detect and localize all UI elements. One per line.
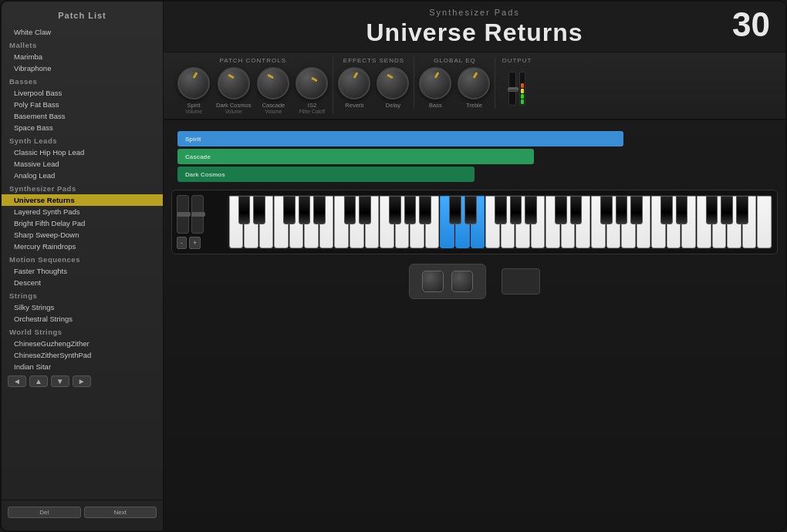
sidebar-bottom: Del Next bbox=[2, 500, 163, 524]
fader-thumb bbox=[508, 87, 518, 92]
pedal-2[interactable] bbox=[451, 271, 473, 292]
reverb-knob-label: Reverb bbox=[345, 102, 363, 109]
patch-item[interactable]: Space Bass bbox=[2, 122, 163, 133]
controls-sections: Patch Controls Spirit Volume Dark Cosmos… bbox=[173, 57, 776, 114]
black-key[interactable] bbox=[630, 196, 642, 224]
patch-item[interactable]: Analog Lead bbox=[2, 170, 163, 181]
black-key[interactable] bbox=[555, 196, 566, 224]
black-key[interactable] bbox=[299, 196, 310, 224]
white-key[interactable] bbox=[757, 196, 772, 248]
patch-item[interactable]: White Claw bbox=[2, 26, 163, 38]
patch-item[interactable]: Silky Strings bbox=[2, 301, 163, 313]
black-key[interactable] bbox=[449, 196, 461, 224]
patch-item[interactable]: Orchestral Strings bbox=[2, 313, 163, 325]
piano-section: - + bbox=[171, 190, 778, 254]
patch-category: Strings bbox=[2, 288, 163, 301]
black-key[interactable] bbox=[600, 196, 612, 224]
black-key[interactable] bbox=[736, 196, 748, 224]
mod-thumb bbox=[191, 212, 205, 217]
pitch-bend-slider[interactable] bbox=[177, 195, 189, 234]
patch-item[interactable]: Classic Hip Hop Lead bbox=[2, 146, 163, 158]
patch-number: 30 bbox=[732, 8, 770, 42]
patch-item[interactable]: Sharp Sweep-Down bbox=[2, 229, 163, 241]
patch-item[interactable]: Marimba bbox=[2, 51, 163, 62]
black-key[interactable] bbox=[359, 196, 370, 224]
global-eq-section: Global EQ Bass Treble bbox=[414, 57, 495, 109]
patch-item[interactable]: Indian Sitar bbox=[2, 361, 163, 372]
patch-item[interactable]: Basement Bass bbox=[2, 110, 163, 122]
spirit-knob-sublabel: Volume bbox=[185, 109, 202, 114]
patch-category: World Strings bbox=[2, 325, 163, 338]
reverb-knob-wrapper: Reverb bbox=[338, 67, 370, 109]
black-key[interactable] bbox=[525, 196, 536, 224]
octave-down-button[interactable]: - bbox=[177, 237, 187, 249]
reverb-knob[interactable] bbox=[338, 67, 370, 99]
black-key[interactable] bbox=[660, 196, 672, 224]
patch-category: Synth Leads bbox=[2, 133, 163, 146]
delete-button[interactable]: Del bbox=[8, 507, 81, 518]
output-fader[interactable] bbox=[508, 72, 516, 106]
cascade-knob-label: Cascade bbox=[262, 102, 285, 109]
black-key[interactable] bbox=[510, 196, 522, 224]
patch-item[interactable]: ChineseGuzhengZither bbox=[2, 338, 163, 349]
piano-keyboard[interactable] bbox=[228, 195, 772, 249]
sustain-module bbox=[502, 268, 540, 295]
patch-item[interactable]: Universe Returns bbox=[2, 194, 163, 206]
patch-item[interactable]: Faster Thoughts bbox=[2, 265, 163, 277]
bass-knob-wrapper: Bass bbox=[419, 67, 451, 109]
black-key[interactable] bbox=[495, 196, 506, 224]
octave-up-button[interactable]: + bbox=[189, 237, 201, 249]
patch-list-sidebar: Patch List White ClawMalletsMarimbaVibra… bbox=[2, 2, 164, 530]
black-key[interactable] bbox=[283, 196, 295, 224]
modulation-slider[interactable] bbox=[191, 195, 204, 234]
patch-item[interactable]: Vibraphone bbox=[2, 62, 163, 74]
cascade-knob[interactable] bbox=[257, 67, 289, 99]
patch-item[interactable]: Poly Fat Bass bbox=[2, 99, 163, 110]
black-key[interactable] bbox=[253, 196, 265, 224]
black-key[interactable] bbox=[706, 196, 718, 224]
pedal-base bbox=[409, 264, 486, 299]
black-key[interactable] bbox=[344, 196, 356, 224]
patch-item[interactable]: ChineseZitherSynthPad bbox=[2, 349, 163, 361]
patch-item[interactable]: Bright Fifth Delay Pad bbox=[2, 217, 163, 229]
nav-prev-button[interactable]: ◄ bbox=[8, 375, 26, 387]
black-key[interactable] bbox=[464, 196, 476, 224]
next-button[interactable]: Next bbox=[84, 507, 157, 518]
effects-sends-knobs: Reverb Delay bbox=[338, 67, 409, 109]
patch-controls-label: Patch Controls bbox=[219, 57, 286, 64]
cascade-knob-sublabel: Volume bbox=[265, 109, 282, 114]
nav-next-button[interactable]: ► bbox=[73, 375, 91, 387]
pitch-bend-group bbox=[177, 195, 223, 234]
pedal-1[interactable] bbox=[422, 271, 444, 292]
nav-down-button[interactable]: ▼ bbox=[51, 375, 69, 387]
level-meter bbox=[519, 72, 525, 106]
black-key[interactable] bbox=[404, 196, 416, 224]
black-key[interactable] bbox=[313, 196, 325, 224]
patch-controls-section: Patch Controls Spirit Volume Dark Cosmos… bbox=[173, 57, 333, 114]
patch-item[interactable]: Layered Synth Pads bbox=[2, 206, 163, 217]
black-key[interactable] bbox=[238, 196, 250, 224]
velocity-bar-spirit: Spirit bbox=[177, 131, 623, 146]
bass-knob[interactable] bbox=[419, 67, 451, 99]
patch-item[interactable]: Massive Lead bbox=[2, 158, 163, 170]
black-key[interactable] bbox=[389, 196, 400, 224]
level-bar-green2 bbox=[521, 94, 524, 99]
delay-knob[interactable] bbox=[377, 67, 409, 99]
nav-up-button[interactable]: ▲ bbox=[29, 375, 48, 387]
black-key[interactable] bbox=[721, 196, 732, 224]
black-key[interactable] bbox=[616, 196, 627, 224]
patch-item[interactable]: Mercury Raindrops bbox=[2, 241, 163, 252]
black-key[interactable] bbox=[676, 196, 687, 224]
bass-knob-label: Bass bbox=[429, 102, 442, 109]
dark-cosmos-knob[interactable] bbox=[218, 67, 250, 99]
controls-panel: Patch Controls Spirit Volume Dark Cosmos… bbox=[164, 52, 785, 120]
is2-knob[interactable] bbox=[296, 67, 328, 99]
black-key[interactable] bbox=[419, 196, 431, 224]
patch-item[interactable]: Liverpool Bass bbox=[2, 87, 163, 99]
black-key[interactable] bbox=[570, 196, 582, 224]
level-bar-yellow bbox=[521, 89, 524, 93]
nav-controls: ◄ ▲ ▼ ► bbox=[2, 372, 163, 390]
treble-knob[interactable] bbox=[458, 67, 490, 99]
patch-item[interactable]: Descent bbox=[2, 277, 163, 288]
spirit-knob[interactable] bbox=[177, 67, 210, 99]
